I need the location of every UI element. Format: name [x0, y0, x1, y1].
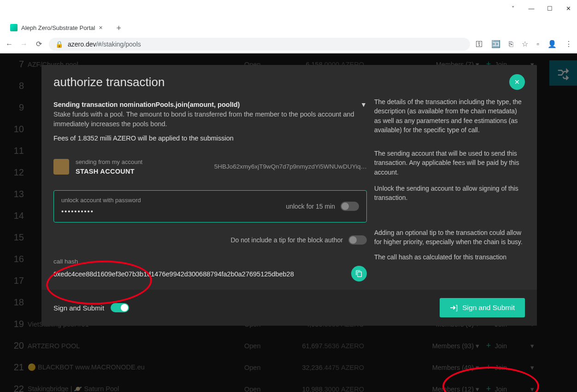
call-hash-value: 0xedc4cee88d1609ef3e07b3b1d1476e9942d300… [53, 269, 347, 279]
address-bar[interactable]: 🔒 azero.dev/#/staking/pools [49, 38, 470, 51]
modal-title: authorize transaction [53, 75, 165, 89]
translate-icon[interactable]: 🈁 [491, 40, 500, 48]
tip-label: Do not include a tip for the block autho… [230, 235, 343, 245]
menu-icon[interactable]: ⋮ [565, 40, 572, 48]
window-titlebar: ˅ — ☐ ✕ [0, 0, 577, 17]
browser-tabbar: Aleph Zero/Substrate Portal × + [0, 17, 577, 35]
authorize-transaction-modal: authorize transaction ✕ Sending transact… [41, 65, 537, 326]
copy-hash-button[interactable] [351, 266, 367, 281]
modal-close-button[interactable]: ✕ [509, 74, 525, 90]
url-host: azero.dev [68, 41, 96, 48]
close-icon: ✕ [514, 78, 520, 86]
back-icon[interactable]: ← [5, 40, 14, 48]
favicon-icon [10, 24, 18, 31]
identicon-icon [53, 159, 69, 175]
forward-icon[interactable]: → [19, 40, 29, 48]
tab-title: Aleph Zero/Substrate Portal [21, 24, 95, 31]
password-box: unlock account with password •••••••••• … [53, 190, 367, 222]
call-hash-label: call hash [53, 257, 367, 266]
account-label: sending from my account [76, 158, 142, 165]
submit-label: Sign and Submit [462, 304, 515, 312]
fees-line: Fees of 1.8352 milli AZERO will be appli… [53, 134, 367, 143]
tip-toggle[interactable] [348, 235, 367, 245]
account-name: STASH ACCOUNT [76, 168, 135, 175]
browser-toolbar: ← → ⟳ 🔒 azero.dev/#/staking/pools ⚿ 🈁 ⎘ … [0, 35, 577, 53]
window-dropdown-icon[interactable]: ˅ [507, 5, 519, 12]
sending-account-help: The sending account that will be used to… [374, 149, 525, 178]
sign-submit-label: Sign and Submit [53, 304, 104, 312]
unlock-duration-toggle[interactable] [341, 202, 359, 211]
sending-transaction-line: Sending transaction nominationPools.join… [53, 100, 367, 110]
transaction-description: Stake funds with a pool. The amount to b… [53, 110, 367, 129]
sign-and-submit-button[interactable]: ➜] Sign and Submit [440, 298, 525, 317]
password-label: unlock account with password [61, 197, 141, 204]
chevron-down-icon[interactable]: ▼ [360, 100, 367, 109]
call-hash-help: The call hash as calculated for this tra… [374, 252, 525, 282]
new-tab-button[interactable]: + [113, 22, 125, 35]
lock-icon: 🔒 [55, 41, 63, 48]
sign-in-icon: ➜] [450, 304, 458, 312]
window-maximize-icon[interactable]: ☐ [544, 5, 556, 12]
app-surface: 7AZF/Church poolOpen6,158.0000AZEROMembe… [0, 53, 577, 392]
tab-close-icon[interactable]: × [99, 24, 102, 31]
reload-icon[interactable]: ⟳ [34, 40, 43, 48]
share-icon[interactable]: ⎘ [509, 40, 513, 48]
account-address: 5HBJo62xmy6xjT9wQn7d7p9nmyzdYi5WNUwDUYiq… [214, 162, 367, 171]
key-icon[interactable]: ⚿ [476, 40, 483, 48]
url-path: /#/staking/pools [96, 41, 141, 48]
sending-account-box[interactable]: sending from my account STASH ACCOUNT 5H… [53, 155, 367, 178]
window-close-icon[interactable]: ✕ [562, 5, 574, 12]
sign-submit-toggle[interactable] [111, 303, 129, 312]
browser-tab[interactable]: Aleph Zero/Substrate Portal × [4, 20, 109, 35]
profile-icon[interactable]: 👤 [548, 40, 557, 48]
tip-help: Adding an optional tip to the transactio… [374, 228, 525, 247]
panel-icon[interactable]: ▫ [536, 40, 539, 48]
unlock-duration-label: unlock for 15 min [286, 202, 335, 211]
transaction-details-help: The details of the transaction including… [374, 98, 522, 134]
copy-icon [355, 270, 363, 277]
window-minimize-icon[interactable]: — [525, 5, 537, 12]
bookmark-icon[interactable]: ☆ [522, 40, 528, 48]
password-help: Unlock the sending account to allow sign… [374, 184, 525, 222]
